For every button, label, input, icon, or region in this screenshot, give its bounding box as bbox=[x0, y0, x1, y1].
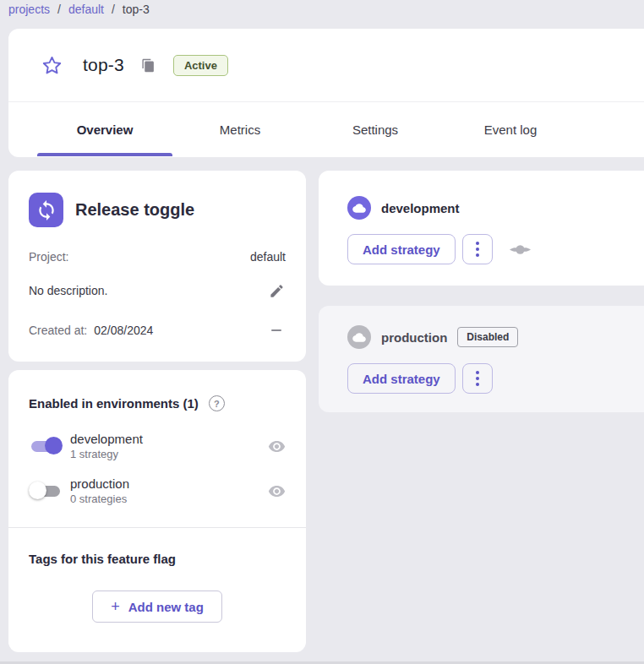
kebab-icon bbox=[476, 371, 479, 374]
breadcrumb-default-link[interactable]: default bbox=[68, 3, 104, 16]
copy-icon bbox=[141, 58, 156, 73]
project-label: Project: bbox=[29, 250, 68, 264]
breadcrumb-separator: / bbox=[112, 3, 115, 16]
feature-flag-page: projects / default / top-3 top-3 Active … bbox=[0, 0, 644, 664]
star-icon bbox=[41, 55, 63, 76]
kebab-icon bbox=[476, 242, 479, 245]
status-badge: Active bbox=[173, 55, 228, 76]
more-actions-button[interactable] bbox=[462, 234, 493, 264]
tab-event-log[interactable]: Event log bbox=[443, 102, 578, 157]
page-title: top-3 bbox=[83, 55, 124, 75]
help-button[interactable]: ? bbox=[209, 395, 225, 411]
description-row: No description. bbox=[29, 281, 286, 300]
production-toggle[interactable] bbox=[29, 482, 63, 500]
environment-panel-name: production bbox=[381, 330, 447, 345]
breadcrumb-current: top-3 bbox=[123, 3, 150, 16]
visibility-button[interactable] bbox=[267, 437, 286, 455]
development-environment-panel: development Add strategy bbox=[319, 171, 644, 286]
add-tag-row: + Add new tag bbox=[29, 591, 286, 623]
cloud-icon bbox=[352, 332, 366, 343]
tab-bar: Overview Metrics Settings Event log bbox=[8, 101, 644, 157]
environment-info: development 1 strategy bbox=[70, 432, 267, 460]
disabled-badge: Disabled bbox=[457, 327, 518, 347]
environment-info: production 0 strategies bbox=[70, 476, 267, 505]
environment-circle bbox=[347, 196, 371, 220]
tab-overview[interactable]: Overview bbox=[37, 102, 172, 157]
visibility-button[interactable] bbox=[267, 482, 286, 500]
more-actions-button[interactable] bbox=[462, 363, 493, 394]
lifecycle-stage-indicator[interactable] bbox=[509, 244, 532, 255]
project-row: Project: default bbox=[29, 250, 286, 264]
created-group: Created at: 02/08/2024 bbox=[29, 324, 153, 337]
add-strategy-button[interactable]: Add strategy bbox=[347, 234, 456, 264]
feature-details-card: Release toggle Project: default No descr… bbox=[8, 171, 306, 362]
project-value: default bbox=[250, 250, 286, 264]
environment-strategy-count: 0 strategies bbox=[70, 493, 267, 505]
feature-type-row: Release toggle bbox=[29, 193, 286, 227]
tab-settings[interactable]: Settings bbox=[308, 102, 443, 157]
active-tab-underline bbox=[37, 153, 172, 156]
environment-name: development bbox=[70, 432, 267, 446]
lifecycle-stage-icon bbox=[509, 244, 532, 255]
environment-panel-name: development bbox=[381, 201, 460, 215]
created-label: Created at: bbox=[29, 324, 87, 337]
environments-card: Enabled in environments (1) ? developmen… bbox=[8, 370, 306, 652]
question-mark-icon: ? bbox=[214, 399, 220, 409]
add-strategy-button[interactable]: Add strategy bbox=[347, 363, 456, 394]
breadcrumb: projects / default / top-3 bbox=[8, 3, 150, 16]
production-environment-panel: production Disabled Add strategy bbox=[319, 306, 644, 412]
environment-row-production: production 0 strategies bbox=[29, 476, 286, 505]
collapse-button[interactable] bbox=[267, 321, 286, 340]
minus-icon bbox=[271, 329, 281, 331]
created-value: 02/08/2024 bbox=[94, 324, 153, 337]
cycle-arrows-icon bbox=[35, 199, 57, 221]
panel-actions: Add strategy bbox=[347, 234, 644, 264]
tags-title: Tags for this feature flag bbox=[29, 552, 286, 566]
description-text: No description. bbox=[29, 284, 107, 297]
environment-circle bbox=[347, 325, 371, 349]
panel-header: development bbox=[347, 196, 644, 220]
created-row: Created at: 02/08/2024 bbox=[29, 321, 286, 340]
toggle-knob bbox=[45, 437, 63, 454]
cloud-icon bbox=[352, 203, 366, 214]
add-new-tag-button[interactable]: + Add new tag bbox=[92, 591, 222, 623]
breadcrumb-separator: / bbox=[57, 3, 61, 16]
toggle-knob bbox=[29, 482, 46, 499]
card-divider bbox=[8, 527, 306, 528]
environments-title: Enabled in environments (1) bbox=[29, 396, 199, 411]
add-new-tag-label: Add new tag bbox=[128, 600, 204, 614]
tab-metrics[interactable]: Metrics bbox=[172, 102, 308, 157]
feature-header-row: top-3 Active bbox=[8, 29, 644, 101]
pencil-icon bbox=[269, 283, 285, 299]
environment-strategy-count: 1 strategy bbox=[70, 448, 267, 460]
development-toggle[interactable] bbox=[29, 437, 63, 455]
edit-description-button[interactable] bbox=[267, 281, 286, 300]
copy-name-button[interactable] bbox=[141, 57, 156, 73]
feature-type-icon-box bbox=[29, 193, 63, 227]
breadcrumb-projects-link[interactable]: projects bbox=[8, 3, 50, 16]
environment-name: production bbox=[70, 476, 267, 491]
eye-icon bbox=[268, 482, 286, 500]
environment-row-development: development 1 strategy bbox=[29, 432, 286, 460]
feature-header-card: top-3 Active Overview Metrics Settings E… bbox=[8, 29, 644, 157]
environments-title-row: Enabled in environments (1) ? bbox=[29, 395, 286, 411]
eye-icon bbox=[268, 438, 286, 455]
feature-type-label: Release toggle bbox=[75, 200, 194, 220]
favorite-star-button[interactable] bbox=[41, 54, 63, 76]
plus-icon: + bbox=[111, 599, 120, 614]
panel-header: production Disabled bbox=[347, 325, 644, 349]
panel-actions: Add strategy bbox=[347, 363, 644, 394]
